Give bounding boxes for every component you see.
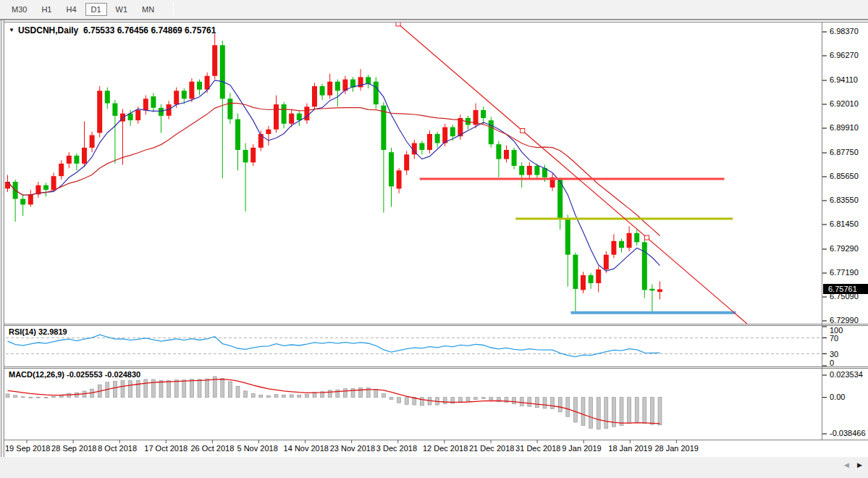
- timeframe-button-m30[interactable]: M30: [6, 3, 33, 16]
- date-axis-label: 12 Dec 2018: [423, 444, 468, 453]
- date-axis-label: 18 Jan 2019: [608, 444, 652, 453]
- date-axis-label: 31 Dec 2018: [515, 444, 560, 453]
- date-axis-label: 28 Sep 2018: [51, 444, 96, 453]
- date-axis-label: 17 Oct 2018: [144, 444, 187, 453]
- macd-tick-label: 0.00: [830, 393, 845, 401]
- timeframe-button-h4[interactable]: H4: [60, 3, 82, 16]
- macd-indicator-label: MACD(12,26,9) -0.025553 -0.024830: [9, 370, 140, 379]
- price-tick-label: 6.72990: [830, 316, 859, 324]
- chart-title: ▼USDCNH,Daily 6.75533 6.76456 6.74869 6.…: [9, 25, 216, 35]
- window-left-frame: [1, 20, 4, 457]
- rsi-tick-label: 70: [830, 334, 838, 343]
- rsi-tick-label: 0: [830, 358, 834, 367]
- date-axis-label: 5 Nov 2018: [237, 444, 278, 453]
- rsi-tick-label: 30: [830, 350, 838, 358]
- price-tick-label: 6.77190: [830, 268, 859, 277]
- price-tick-label: 6.87750: [830, 148, 859, 156]
- date-axis-label: 9 Jan 2019: [562, 444, 601, 453]
- macd-tick-label: 0.023534: [830, 370, 863, 379]
- rsi-indicator-label: RSI(14) 32.9819: [9, 327, 67, 336]
- date-axis-label: 8 Oct 2018: [98, 444, 137, 453]
- toolbar-separator: [173, 2, 174, 17]
- timeframe-button-mn[interactable]: MN: [136, 3, 160, 16]
- timeframe-button-d1[interactable]: D1: [85, 3, 107, 16]
- chart-symbol-period: USDCNH,Daily: [18, 25, 78, 35]
- price-tick-label: 6.92010: [830, 99, 859, 108]
- tabs-scroll-left-icon[interactable]: ◀: [844, 461, 849, 469]
- collapse-triangle-icon: ▼: [9, 27, 14, 33]
- current-price-label: 6.75761: [823, 284, 868, 294]
- price-tick-label: 6.81450: [830, 219, 859, 228]
- macd-tick-label: -0.038466: [830, 429, 866, 437]
- date-axis-label: 23 Nov 2018: [330, 444, 375, 453]
- chart-window-background: [0, 20, 868, 457]
- price-tick-label: 6.96270: [830, 51, 859, 59]
- timeframe-button-w1[interactable]: W1: [110, 3, 134, 16]
- price-tick-label: 6.79290: [830, 244, 859, 253]
- price-tick-label: 6.85650: [830, 172, 859, 180]
- price-tick-label: 6.83550: [830, 196, 859, 204]
- date-axis-label: 21 Dec 2018: [469, 444, 514, 453]
- price-tick-label: 6.98370: [830, 27, 859, 35]
- date-axis-label: 14 Nov 2018: [284, 444, 329, 453]
- timeframe-button-h1[interactable]: H1: [35, 3, 57, 16]
- timeframe-toolbar: M30H1H4D1W1MN: [0, 0, 868, 20]
- date-axis-label: 28 Jan 2019: [654, 444, 699, 453]
- date-axis-label: 3 Dec 2018: [376, 444, 417, 453]
- price-tick-label: 6.89910: [830, 123, 859, 132]
- price-tick-label: 6.94110: [830, 75, 858, 84]
- tabs-scroll-right-icon[interactable]: ▶: [857, 461, 862, 469]
- chart-ohlc-values: 6.75533 6.76456 6.74869 6.75761: [83, 25, 216, 35]
- date-axis-label: 19 Sep 2018: [5, 444, 50, 453]
- date-axis-label: 26 Oct 2018: [190, 444, 234, 453]
